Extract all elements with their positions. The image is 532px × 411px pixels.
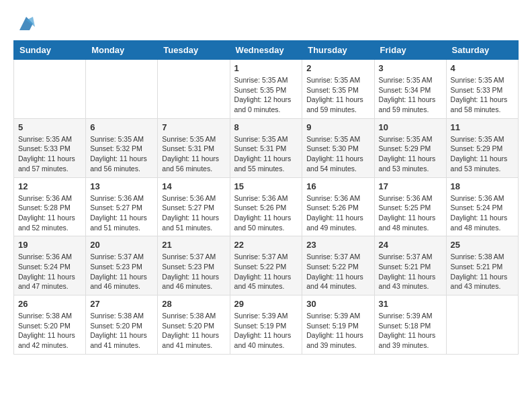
calendar-cell: 1Sunrise: 5:35 AM Sunset: 5:35 PM Daylig… [230,60,302,119]
day-number: 8 [234,122,298,132]
day-number: 6 [90,122,153,132]
calendar-cell: 25Sunrise: 5:38 AM Sunset: 5:21 PM Dayli… [446,236,518,295]
calendar-cell: 5Sunrise: 5:35 AM Sunset: 5:33 PM Daylig… [14,118,86,177]
calendar-cell: 22Sunrise: 5:37 AM Sunset: 5:22 PM Dayli… [230,236,302,295]
day-info: Sunrise: 5:35 AM Sunset: 5:30 PM Dayligh… [306,134,369,174]
day-number: 4 [451,63,514,73]
day-info: Sunrise: 5:39 AM Sunset: 5:19 PM Dayligh… [234,311,298,351]
day-info: Sunrise: 5:37 AM Sunset: 5:21 PM Dayligh… [379,252,442,291]
calendar-cell: 20Sunrise: 5:37 AM Sunset: 5:23 PM Dayli… [86,236,158,295]
day-number: 16 [306,181,369,191]
day-number: 30 [306,299,369,309]
day-info: Sunrise: 5:36 AM Sunset: 5:24 PM Dayligh… [18,252,81,291]
calendar-cell: 9Sunrise: 5:35 AM Sunset: 5:30 PM Daylig… [302,118,374,177]
day-number: 3 [379,63,442,73]
calendar-cell: 29Sunrise: 5:39 AM Sunset: 5:19 PM Dayli… [230,295,302,355]
calendar-cell: 28Sunrise: 5:38 AM Sunset: 5:20 PM Dayli… [158,295,230,355]
day-number: 9 [306,122,369,132]
calendar-cell: 15Sunrise: 5:36 AM Sunset: 5:26 PM Dayli… [230,177,302,236]
day-info: Sunrise: 5:35 AM Sunset: 5:35 PM Dayligh… [306,75,369,115]
day-number: 21 [162,240,225,250]
day-info: Sunrise: 5:36 AM Sunset: 5:24 PM Dayligh… [451,193,514,233]
day-info: Sunrise: 5:35 AM Sunset: 5:31 PM Dayligh… [162,134,225,174]
day-info: Sunrise: 5:35 AM Sunset: 5:35 PM Dayligh… [234,75,298,115]
calendar-week-4: 19Sunrise: 5:36 AM Sunset: 5:24 PM Dayli… [14,236,519,295]
day-info: Sunrise: 5:35 AM Sunset: 5:29 PM Dayligh… [379,134,442,174]
day-info: Sunrise: 5:39 AM Sunset: 5:18 PM Dayligh… [379,311,442,351]
day-info: Sunrise: 5:37 AM Sunset: 5:22 PM Dayligh… [306,252,369,291]
calendar-week-3: 12Sunrise: 5:36 AM Sunset: 5:28 PM Dayli… [14,177,519,236]
day-info: Sunrise: 5:35 AM Sunset: 5:31 PM Dayligh… [234,134,298,174]
day-number: 5 [18,122,81,132]
day-info: Sunrise: 5:37 AM Sunset: 5:23 PM Dayligh… [162,252,225,291]
calendar-cell: 24Sunrise: 5:37 AM Sunset: 5:21 PM Dayli… [374,236,446,295]
calendar-week-2: 5Sunrise: 5:35 AM Sunset: 5:33 PM Daylig… [14,118,519,177]
calendar-cell [86,60,158,119]
day-number: 22 [234,240,298,250]
day-number: 18 [451,181,514,191]
calendar-cell: 12Sunrise: 5:36 AM Sunset: 5:28 PM Dayli… [14,177,86,236]
day-info: Sunrise: 5:38 AM Sunset: 5:20 PM Dayligh… [162,311,225,351]
calendar-cell: 19Sunrise: 5:36 AM Sunset: 5:24 PM Dayli… [14,236,86,295]
day-info: Sunrise: 5:36 AM Sunset: 5:27 PM Dayligh… [90,193,153,233]
calendar-cell: 10Sunrise: 5:35 AM Sunset: 5:29 PM Dayli… [374,118,446,177]
day-number: 10 [379,122,442,132]
day-number: 2 [306,63,369,73]
calendar-cell: 3Sunrise: 5:35 AM Sunset: 5:34 PM Daylig… [374,60,446,119]
day-number: 24 [379,240,442,250]
calendar-cell: 27Sunrise: 5:38 AM Sunset: 5:20 PM Dayli… [86,295,158,355]
calendar-cell: 8Sunrise: 5:35 AM Sunset: 5:31 PM Daylig… [230,118,302,177]
logo [13,13,36,34]
weekday-header-row: SundayMondayTuesdayWednesdayThursdayFrid… [14,41,519,60]
day-info: Sunrise: 5:36 AM Sunset: 5:27 PM Dayligh… [162,193,225,233]
calendar-cell: 18Sunrise: 5:36 AM Sunset: 5:24 PM Dayli… [446,177,518,236]
calendar-cell: 7Sunrise: 5:35 AM Sunset: 5:31 PM Daylig… [158,118,230,177]
day-number: 7 [162,122,225,132]
day-info: Sunrise: 5:36 AM Sunset: 5:25 PM Dayligh… [379,193,442,233]
weekday-header-thursday: Thursday [302,41,374,60]
day-number: 1 [234,63,298,73]
calendar-cell: 6Sunrise: 5:35 AM Sunset: 5:32 PM Daylig… [86,118,158,177]
calendar-cell: 21Sunrise: 5:37 AM Sunset: 5:23 PM Dayli… [158,236,230,295]
day-info: Sunrise: 5:36 AM Sunset: 5:26 PM Dayligh… [306,193,369,233]
day-info: Sunrise: 5:36 AM Sunset: 5:28 PM Dayligh… [18,193,81,233]
calendar-week-1: 1Sunrise: 5:35 AM Sunset: 5:35 PM Daylig… [14,60,519,119]
calendar-cell: 11Sunrise: 5:35 AM Sunset: 5:29 PM Dayli… [446,118,518,177]
day-info: Sunrise: 5:35 AM Sunset: 5:32 PM Dayligh… [90,134,153,174]
day-number: 26 [18,299,81,309]
calendar-cell [446,295,518,355]
weekday-header-monday: Monday [86,41,158,60]
page-header [13,13,519,34]
day-info: Sunrise: 5:38 AM Sunset: 5:21 PM Dayligh… [451,252,514,291]
logo-icon [16,13,36,34]
calendar-cell: 30Sunrise: 5:39 AM Sunset: 5:19 PM Dayli… [302,295,374,355]
calendar-cell [158,60,230,119]
day-info: Sunrise: 5:39 AM Sunset: 5:19 PM Dayligh… [306,311,369,351]
calendar-cell: 2Sunrise: 5:35 AM Sunset: 5:35 PM Daylig… [302,60,374,119]
calendar-cell: 4Sunrise: 5:35 AM Sunset: 5:33 PM Daylig… [446,60,518,119]
calendar-cell: 26Sunrise: 5:38 AM Sunset: 5:20 PM Dayli… [14,295,86,355]
day-number: 23 [306,240,369,250]
calendar-cell: 13Sunrise: 5:36 AM Sunset: 5:27 PM Dayli… [86,177,158,236]
weekday-header-sunday: Sunday [14,41,86,60]
day-info: Sunrise: 5:35 AM Sunset: 5:34 PM Dayligh… [379,75,442,115]
calendar-cell: 17Sunrise: 5:36 AM Sunset: 5:25 PM Dayli… [374,177,446,236]
day-number: 12 [18,181,81,191]
day-info: Sunrise: 5:35 AM Sunset: 5:33 PM Dayligh… [451,75,514,115]
calendar-cell: 23Sunrise: 5:37 AM Sunset: 5:22 PM Dayli… [302,236,374,295]
calendar-table: SundayMondayTuesdayWednesdayThursdayFrid… [13,40,519,355]
weekday-header-friday: Friday [374,41,446,60]
day-number: 20 [90,240,153,250]
day-info: Sunrise: 5:37 AM Sunset: 5:22 PM Dayligh… [234,252,298,291]
day-number: 29 [234,299,298,309]
day-number: 31 [379,299,442,309]
day-info: Sunrise: 5:36 AM Sunset: 5:26 PM Dayligh… [234,193,298,233]
weekday-header-tuesday: Tuesday [158,41,230,60]
calendar-week-5: 26Sunrise: 5:38 AM Sunset: 5:20 PM Dayli… [14,295,519,355]
calendar-cell: 14Sunrise: 5:36 AM Sunset: 5:27 PM Dayli… [158,177,230,236]
day-number: 17 [379,181,442,191]
calendar-cell [14,60,86,119]
calendar-cell: 31Sunrise: 5:39 AM Sunset: 5:18 PM Dayli… [374,295,446,355]
day-number: 11 [451,122,514,132]
day-number: 28 [162,299,225,309]
